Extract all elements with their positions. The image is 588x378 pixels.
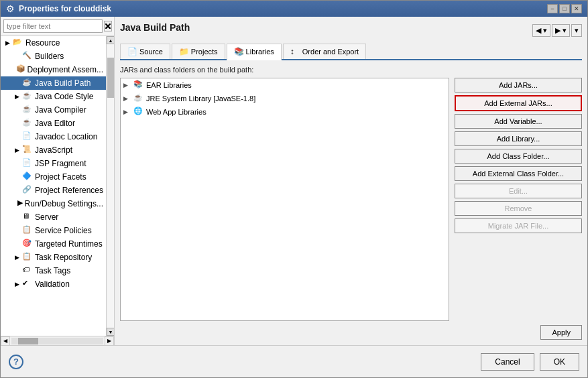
sidebar-item-jsp-fragment[interactable]: 📄 JSP Fragment [1, 157, 106, 170]
scroll-track [107, 44, 114, 328]
sidebar-item-java-build-path[interactable]: ☕ Java Build Path [1, 76, 106, 90]
nav-forward-button[interactable]: ▶ ▾ [552, 24, 570, 37]
filter-clear-button[interactable]: 🗙 [104, 21, 112, 32]
sidebar-item-resource[interactable]: ▶ 📂 Resource [1, 36, 106, 50]
sidebar-item-java-editor[interactable]: ☕ Java Editor [1, 117, 106, 130]
minimize-button[interactable]: − [547, 4, 558, 13]
source-tab-icon: 📄 [127, 47, 137, 56]
h-scroll-track [11, 338, 103, 344]
help-button[interactable]: ? [9, 355, 23, 369]
edit-button[interactable]: Edit... [455, 184, 582, 198]
nav-back-button[interactable]: ◀ ▾ [532, 24, 550, 37]
action-buttons: Add JARs... Add External JARs... Add Var… [455, 78, 582, 321]
scroll-right-button[interactable]: ▶ [105, 336, 114, 346]
sidebar-item-javascript[interactable]: ▶ 📜 JavaScript [1, 143, 106, 157]
tab-libraries[interactable]: 📚 Libraries [227, 44, 282, 60]
panel-title: Java Build Path [120, 22, 190, 33]
jar-list: ▶ 📚 EAR Libraries ▶ ☕ JRE System Library… [120, 78, 449, 321]
sidebar-item-service-policies[interactable]: 📋 Service Policies [1, 224, 106, 237]
right-panel: Java Build Path ◀ ▾ ▶ ▾ ▾ 📄 Source 📁 Pro… [115, 17, 587, 345]
ok-button[interactable]: OK [540, 353, 579, 371]
remove-button[interactable]: Remove [455, 201, 582, 216]
sidebar-item-javadoc[interactable]: 📄 Javadoc Location [1, 130, 106, 143]
nav-arrows: ◀ ▾ ▶ ▾ ▾ [532, 24, 582, 37]
properties-dialog: ⚙ Properties for clouddisk − □ ✕ 🗙 ▶ 📂 [0, 0, 588, 378]
jar-expand-ear: ▶ [123, 82, 131, 88]
jar-icon-webapp: 🌐 [133, 107, 144, 117]
apply-area: Apply [120, 321, 582, 340]
title-bar: ⚙ Properties for clouddisk − □ ✕ [1, 1, 587, 17]
add-library-button[interactable]: Add Library... [455, 131, 582, 146]
build-path-description: JARs and class folders on the build path… [120, 66, 582, 74]
apply-button[interactable]: Apply [540, 325, 582, 340]
jar-list-area: ▶ 📚 EAR Libraries ▶ ☕ JRE System Library… [120, 78, 449, 321]
sidebar-item-java-code-style[interactable]: ▶ ☕ Java Code Style [1, 90, 106, 103]
left-panel: 🗙 ▶ 📂 Resource 🔨 Builders [1, 17, 115, 345]
main-area: ▶ 📚 EAR Libraries ▶ ☕ JRE System Library… [120, 78, 582, 321]
add-jars-button[interactable]: Add JARs... [455, 78, 582, 92]
jar-item-jre[interactable]: ▶ ☕ JRE System Library [JavaSE-1.8] [121, 92, 449, 105]
bottom-bar: ? Cancel OK [1, 345, 587, 377]
tab-source[interactable]: 📄 Source [120, 44, 170, 59]
h-scroll-thumb[interactable] [18, 338, 38, 344]
libraries-tab-icon: 📚 [234, 47, 243, 56]
order-export-tab-icon: ↕ [290, 47, 300, 56]
expand-icon: ▶ [3, 39, 11, 47]
scroll-left-button[interactable]: ◀ [1, 336, 10, 346]
filter-bar: 🗙 [1, 17, 114, 36]
header-row: Java Build Path ◀ ▾ ▶ ▾ ▾ [120, 22, 582, 38]
tree-container: ▶ 📂 Resource 🔨 Builders 📦 Deploym [1, 36, 106, 336]
horizontal-scrollbar[interactable]: ◀ ▶ [1, 336, 114, 345]
filter-input[interactable] [3, 19, 103, 33]
nav-menu-button[interactable]: ▾ [571, 24, 582, 37]
add-external-class-folder-button[interactable]: Add External Class Folder... [455, 166, 582, 181]
tabs-bar: 📄 Source 📁 Projects 📚 Libraries ↕ Order … [120, 44, 582, 60]
scroll-up-button[interactable]: ▲ [107, 36, 114, 44]
jar-expand-webapp: ▶ [123, 109, 131, 115]
jar-icon-jre: ☕ [133, 93, 144, 104]
add-variable-button[interactable]: Add Variable... [455, 114, 582, 129]
jar-expand-jre: ▶ [123, 95, 131, 102]
tab-projects[interactable]: 📁 Projects [172, 44, 225, 59]
sidebar-item-builders[interactable]: 🔨 Builders [1, 50, 106, 63]
tree-panel: ▶ 📂 Resource 🔨 Builders 📦 Deploym [1, 36, 114, 336]
jar-item-webapp[interactable]: ▶ 🌐 Web App Libraries [121, 105, 449, 119]
sidebar-item-validation[interactable]: ▶ ✔ Validation [1, 277, 106, 291]
sidebar-item-project-references[interactable]: 🔗 Project References [1, 184, 106, 197]
close-button[interactable]: ✕ [571, 4, 582, 13]
tab-order-export[interactable]: ↕ Order and Export [283, 44, 366, 59]
dialog-buttons: Cancel OK [481, 353, 579, 371]
sidebar-item-task-tags[interactable]: 🏷 Task Tags [1, 264, 106, 277]
add-external-jars-button[interactable]: Add External JARs... [455, 95, 582, 111]
sidebar-item-run-debug[interactable]: ▶ Run/Debug Settings... [1, 197, 106, 210]
dialog-content: 🗙 ▶ 📂 Resource 🔨 Builders [1, 17, 587, 345]
maximize-button[interactable]: □ [559, 4, 570, 13]
app-icon: ⚙ [6, 3, 15, 14]
sidebar-item-project-facets[interactable]: 🔷 Project Facets [1, 170, 106, 184]
dialog-title: Properties for clouddisk [19, 4, 111, 13]
left-scrollbar[interactable]: ▲ ▼ [106, 36, 114, 336]
add-class-folder-button[interactable]: Add Class Folder... [455, 149, 582, 164]
folder-icon: 📂 [13, 38, 23, 48]
jar-icon-ear: 📚 [133, 80, 144, 90]
migrate-jar-button[interactable]: Migrate JAR File... [455, 218, 582, 233]
scroll-thumb[interactable] [107, 58, 114, 98]
projects-tab-icon: 📁 [179, 47, 188, 56]
cancel-button[interactable]: Cancel [481, 353, 534, 371]
sidebar-item-server[interactable]: 🖥 Server [1, 210, 106, 224]
sidebar-item-deployment[interactable]: 📦 Deployment Assem... [1, 63, 106, 76]
sidebar-item-java-compiler[interactable]: ☕ Java Compiler [1, 103, 106, 117]
jar-item-ear[interactable]: ▶ 📚 EAR Libraries [121, 78, 449, 92]
sidebar-item-targeted-runtimes[interactable]: 🎯 Targeted Runtimes [1, 237, 106, 251]
sidebar-item-task-repository[interactable]: ▶ 📋 Task Repository [1, 251, 106, 264]
scroll-down-button[interactable]: ▼ [107, 328, 114, 336]
